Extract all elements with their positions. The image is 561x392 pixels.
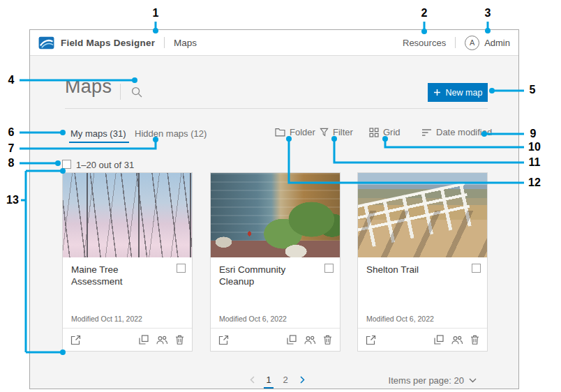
map-card-checkbox[interactable] [177,264,186,273]
tab-my-maps[interactable]: My maps (31) [70,128,126,139]
callout-1: 1 [153,8,159,19]
delete-map-button[interactable] [175,335,184,345]
filter-icon [320,128,329,137]
items-per-page-select[interactable]: Items per page: 20 [389,375,477,386]
sort-button[interactable]: Date modified [421,127,492,137]
fence-graphic [358,183,474,251]
selection-count-label: 1–20 out of 31 [76,160,134,170]
new-map-label: New map [446,88,483,98]
map-card-checkbox[interactable] [472,264,481,273]
map-card-title: Esri Community Cleanup [219,264,331,288]
duplicate-icon [287,335,297,345]
callout-10: 10 [528,142,541,153]
open-map-button[interactable] [218,335,229,345]
pagination-page-1[interactable]: 1 [264,373,274,389]
callout-12: 12 [528,177,541,188]
user-name: Admin [484,38,510,48]
map-card-title: Shelton Trail [366,264,479,276]
tab-hidden-maps[interactable]: Hidden maps (12) [135,128,207,139]
map-card-modified: Modified Oct 6, 2022 [366,315,434,323]
delete-map-button[interactable] [323,335,332,345]
callout-6: 6 [8,127,15,138]
resources-link[interactable]: Resources [403,38,446,48]
sort-icon [421,128,432,137]
select-all-checkbox[interactable] [62,160,71,169]
map-card-checkbox[interactable] [324,264,334,273]
folder-button[interactable]: Folder [275,127,315,137]
grid-icon [369,128,379,137]
pagination: 1 2 [247,373,307,386]
esri-logo-icon [38,36,54,50]
app-header: Field Maps Designer Maps Resources A Adm… [30,30,518,56]
callout-13: 13 [6,195,19,206]
open-in-new-icon [70,335,81,345]
field-maps-designer-window: Field Maps Designer Maps Resources A Adm… [29,29,519,389]
group-icon [304,336,315,345]
trash-icon [470,335,479,345]
open-in-new-icon [366,335,376,345]
delete-map-button[interactable] [470,335,479,345]
share-map-button[interactable] [304,336,315,345]
trash-icon [175,335,184,345]
filter-button[interactable]: Filter [320,127,353,137]
callout-5: 5 [530,84,536,96]
folder-icon [275,128,285,137]
callout-3: 3 [485,8,491,19]
app-title: Field Maps Designer [61,38,155,48]
chevron-left-icon [250,376,255,384]
new-map-button[interactable]: New map [428,83,488,102]
map-card[interactable]: Shelton Trail Modified Oct 6, 2022 [357,172,488,352]
callout-9: 9 [530,128,537,140]
search-icon[interactable] [131,86,142,98]
title-divider [120,84,121,100]
duplicate-icon [139,335,149,345]
chevron-down-icon [469,378,477,383]
filter-label: Filter [333,127,353,137]
callout-8: 8 [8,158,15,169]
header-divider [455,37,456,48]
title-rule [65,108,488,109]
folder-label: Folder [290,127,315,137]
callout-4: 4 [8,75,15,86]
share-map-button[interactable] [156,336,167,345]
group-icon [451,336,463,345]
active-tab-underline [69,142,129,143]
pagination-next-button[interactable] [297,373,307,386]
callout-7: 7 [8,143,15,154]
page-title: Maps [65,76,112,98]
map-card-modified: Modified Oct 6, 2022 [219,315,287,323]
map-thumbnail-trees [63,173,192,257]
open-map-button[interactable] [70,335,81,345]
map-thumbnail-trail [358,173,487,257]
duplicate-map-button[interactable] [287,335,297,345]
chevron-right-icon [300,376,305,384]
map-thumbnail-campus [211,173,340,257]
map-card[interactable]: Esri Community Cleanup Modified Oct 6, 2… [210,172,341,352]
map-card-title: Maine Tree Assessment [71,264,184,288]
grid-label: Grid [383,127,401,137]
callout-11: 11 [529,157,541,168]
open-in-new-icon [218,335,229,345]
duplicate-icon [434,335,444,345]
callout-2: 2 [421,8,428,19]
duplicate-map-button[interactable] [139,335,149,345]
plus-icon [433,89,441,96]
header-divider [164,37,165,48]
trash-icon [323,335,332,345]
pagination-page-2[interactable]: 2 [280,373,290,386]
breadcrumb-maps[interactable]: Maps [174,38,197,48]
open-map-button[interactable] [366,335,376,345]
avatar[interactable]: A [465,36,479,50]
map-card[interactable]: Maine Tree Assessment Modified Oct 11, 2… [62,172,193,352]
map-card-modified: Modified Oct 11, 2022 [71,315,142,323]
duplicate-map-button[interactable] [434,335,444,345]
items-per-page-label: Items per page: 20 [389,375,464,386]
account-menu[interactable]: A Admin [465,36,510,50]
share-map-button[interactable] [451,336,463,345]
group-icon [156,336,167,345]
grid-view-button[interactable]: Grid [369,127,401,137]
sort-label: Date modified [436,127,492,137]
pagination-prev-button[interactable] [247,373,257,386]
